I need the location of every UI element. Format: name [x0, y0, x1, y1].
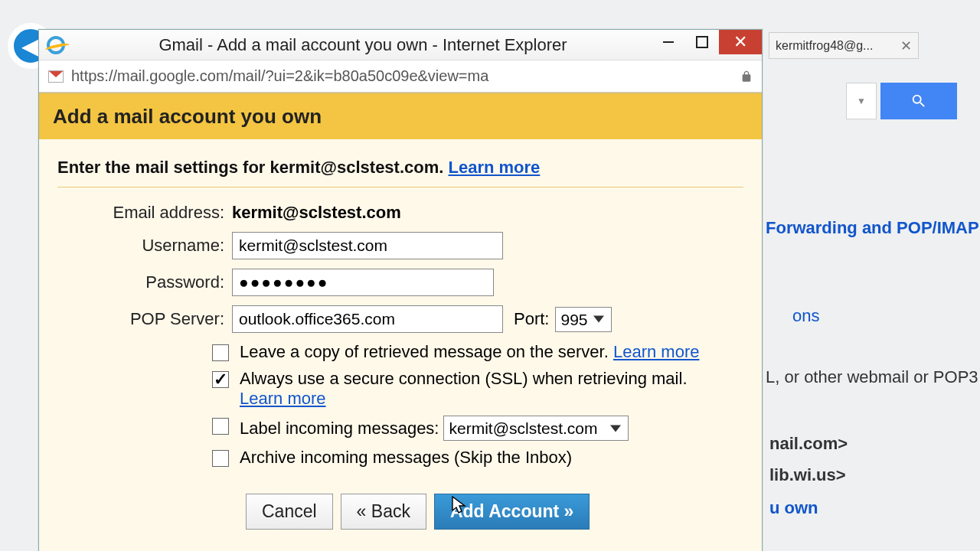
row-password: Password:: [57, 269, 743, 296]
label-incoming-checkbox[interactable]: [212, 418, 229, 435]
url-text: https://mail.google.com/mail/?ui=2&ik=b8…: [71, 67, 740, 85]
window-close-button[interactable]: ✕: [719, 30, 762, 54]
row-leave-copy: Leave a copy of retrieved message on the…: [212, 342, 743, 362]
search-icon: [910, 93, 927, 109]
row-username: Username:: [57, 232, 743, 259]
popup-window: Gmail - Add a mail account you own - Int…: [38, 29, 763, 551]
browser-tab[interactable]: kermitfrog48@g... ✕: [769, 32, 919, 59]
archive-label: Archive incoming messages (Skip the Inbo…: [240, 448, 572, 467]
search-button[interactable]: [880, 83, 957, 119]
cancel-button[interactable]: Cancel: [246, 494, 333, 530]
bg-link-forwarding[interactable]: Forwarding and POP/IMAP: [766, 218, 980, 238]
archive-checkbox[interactable]: [212, 450, 229, 467]
ssl-checkbox[interactable]: [212, 371, 229, 388]
ssl-learn-more[interactable]: Learn more: [240, 389, 326, 408]
bg-text-mail1: nail.com>: [769, 434, 969, 454]
search-dropdown-arrow[interactable]: ▼: [846, 83, 877, 119]
password-input[interactable]: [232, 269, 494, 296]
bg-text-webmail: L, or other webmail or POP3: [766, 367, 980, 387]
ssl-label: Always use a secure connection (SSL) whe…: [240, 369, 688, 388]
label-select[interactable]: kermit@sclstest.com: [443, 416, 629, 441]
leave-copy-checkbox[interactable]: [212, 344, 229, 361]
row-archive: Archive incoming messages (Skip the Inbo…: [212, 448, 743, 468]
email-value: kermit@sclstest.com: [232, 203, 401, 223]
window-titlebar: Gmail - Add a mail account you own - Int…: [39, 30, 762, 60]
port-select[interactable]: 995: [555, 307, 612, 332]
dialog: Add a mail account you own Enter the mai…: [39, 93, 762, 551]
ie-icon: [47, 36, 65, 54]
dialog-prompt: Enter the mail settings for kermit@sclst…: [57, 155, 743, 187]
learn-more-link[interactable]: Learn more: [449, 158, 541, 177]
label-pop: POP Server:: [57, 309, 232, 329]
add-account-button[interactable]: Add Account »: [434, 494, 590, 530]
back-button[interactable]: « Back: [341, 494, 426, 530]
pop-server-input[interactable]: [232, 305, 503, 333]
username-input[interactable]: [232, 232, 503, 259]
tab-label: kermitfrog48@g...: [776, 39, 873, 53]
row-label-incoming: Label incoming messages: kermit@sclstest…: [212, 416, 743, 441]
label-incoming-text: Label incoming messages:: [240, 419, 439, 439]
label-username: Username:: [57, 236, 232, 256]
lock-icon: [740, 70, 753, 83]
row-email: Email address: kermit@sclstest.com: [57, 203, 743, 223]
leave-copy-learn-more[interactable]: Learn more: [613, 342, 700, 361]
address-bar[interactable]: https://mail.google.com/mail/?ui=2&ik=b8…: [39, 60, 762, 93]
gmail-icon: [48, 70, 64, 83]
window-maximize-button[interactable]: [685, 30, 719, 54]
label-port: Port:: [514, 309, 549, 329]
leave-copy-label: Leave a copy of retrieved message on the…: [240, 342, 613, 361]
dialog-header: Add a mail account you own: [39, 94, 762, 139]
label-email: Email address:: [57, 203, 232, 223]
label-password: Password:: [57, 272, 232, 292]
row-ssl: Always use a secure connection (SSL) whe…: [212, 369, 743, 409]
button-row: Cancel « Back Add Account »: [246, 494, 743, 530]
window-minimize-button[interactable]: [652, 30, 685, 54]
bg-link-own[interactable]: u own: [769, 498, 969, 518]
bg-link-ons[interactable]: ons: [792, 306, 969, 326]
tab-close-icon[interactable]: ✕: [900, 37, 912, 54]
bg-text-mail2: lib.wi.us>: [769, 465, 969, 485]
row-pop: POP Server: Port: 995: [57, 305, 743, 333]
